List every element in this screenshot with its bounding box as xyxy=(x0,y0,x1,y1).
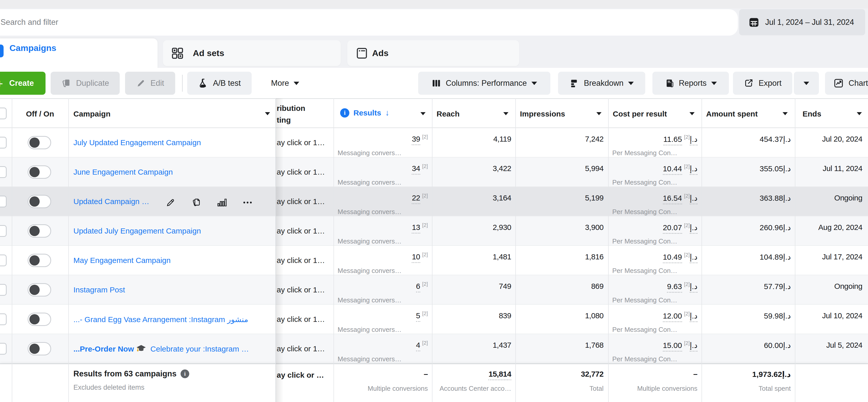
chart-button[interactable]: Chart xyxy=(825,72,868,95)
cost-per-result-cell[interactable]: 12.00د.إ[2] xyxy=(608,311,698,320)
create-button[interactable]: + Create xyxy=(0,72,45,95)
export-options-button[interactable] xyxy=(794,72,819,95)
attribution-setting-cell: ay click or 1… xyxy=(277,227,325,235)
more-options-icon[interactable] xyxy=(243,198,253,207)
search-input[interactable]: Search and filter xyxy=(0,9,738,36)
header-results[interactable]: i Results ↓ xyxy=(340,108,389,117)
campaign-toggle[interactable] xyxy=(28,342,51,355)
row-checkbox[interactable] xyxy=(0,255,7,266)
edit-button[interactable]: Edit xyxy=(125,72,175,95)
header-campaign[interactable]: Campaign xyxy=(73,110,111,118)
header-ends[interactable]: Ends xyxy=(803,110,821,118)
calendar-icon xyxy=(748,17,760,28)
campaign-toggle[interactable] xyxy=(28,195,51,208)
reports-button[interactable]: Reports xyxy=(652,72,729,95)
summary-impressions-note: Total xyxy=(515,384,603,393)
row-actions xyxy=(166,198,253,207)
results-note: Messaging convers… xyxy=(338,326,402,334)
results-cell[interactable]: 5[2] xyxy=(334,311,428,320)
date-range-button[interactable]: Jul 1, 2024 – Jul 31, 2024 xyxy=(739,9,865,35)
cost-per-result-cell[interactable]: 10.44د.إ[2] xyxy=(608,164,698,173)
amount-spent-cell: 454.37د.إ xyxy=(702,135,791,144)
results-note: Messaging convers… xyxy=(338,267,402,275)
results-cell[interactable]: 10[2] xyxy=(334,253,428,261)
edit-pencil-icon[interactable] xyxy=(166,198,176,207)
column-separator xyxy=(68,98,69,402)
campaign-name-link[interactable]: Instagram Post xyxy=(73,286,125,294)
impressions-cell: 3,900 xyxy=(515,223,603,232)
results-cell[interactable]: 39[2] xyxy=(334,135,428,143)
cost-per-result-cell[interactable]: 15.00د.إ[2] xyxy=(608,341,698,350)
impressions-sort-icon[interactable] xyxy=(596,112,601,115)
row-checkbox[interactable] xyxy=(0,225,7,237)
tab-ad-sets[interactable]: Ad sets xyxy=(163,40,341,66)
impressions-cell: 7,242 xyxy=(515,135,603,143)
cost-sort-icon[interactable] xyxy=(689,112,694,115)
campaign-name-link[interactable]: Updated July Engagement Campaign xyxy=(73,227,201,235)
header-reach[interactable]: Reach xyxy=(437,110,460,118)
top-strip xyxy=(0,0,868,8)
breakdown-button[interactable]: Breakdown xyxy=(558,72,645,95)
header-impressions[interactable]: Impressions xyxy=(520,110,565,118)
campaign-toggle[interactable] xyxy=(28,254,51,267)
tab-ads[interactable]: Ads xyxy=(347,40,519,66)
campaign-toggle[interactable] xyxy=(28,283,51,296)
info-icon[interactable]: i xyxy=(181,370,189,378)
columns-button[interactable]: Columns: Performance xyxy=(418,72,550,95)
amount-spent-cell: 363.88د.إ xyxy=(702,194,791,203)
row-checkbox[interactable] xyxy=(0,196,7,207)
row-checkbox[interactable] xyxy=(0,313,7,325)
amount-sort-icon[interactable] xyxy=(782,112,788,115)
summary-reach[interactable]: 15,814 xyxy=(432,370,511,378)
row-checkbox[interactable] xyxy=(0,343,7,355)
column-separator xyxy=(12,98,12,402)
toolbar: + Create Duplicate Edit A/B test More Co… xyxy=(0,68,868,98)
campaign-toggle[interactable] xyxy=(28,136,51,149)
info-icon[interactable]: i xyxy=(340,108,349,117)
view-charts-icon[interactable] xyxy=(217,198,226,207)
ads-manager-app: Search and filter Jul 1, 2024 – Jul 31, … xyxy=(0,0,868,402)
campaign-sort-icon[interactable] xyxy=(265,112,270,115)
results-sort-icon[interactable] xyxy=(421,112,426,115)
results-cell[interactable]: 34[2] xyxy=(334,164,428,173)
cost-per-result-cell[interactable]: 10.49د.إ[2] xyxy=(608,253,698,261)
row-checkbox[interactable] xyxy=(0,166,7,178)
export-button[interactable]: Export xyxy=(733,72,792,95)
select-all-checkbox[interactable] xyxy=(0,108,7,119)
header-amount-spent[interactable]: Amount spent xyxy=(706,110,758,118)
campaign-name-link[interactable]: ...Pre-Order Now Celebrate your :Instagr… xyxy=(73,344,249,353)
ends-sort-icon[interactable] xyxy=(857,112,862,115)
results-cell[interactable]: 13[2] xyxy=(334,223,428,232)
campaign-toggle[interactable] xyxy=(28,313,51,326)
results-cell[interactable]: 4[2] xyxy=(334,341,428,349)
cost-per-result-cell[interactable]: 20.07د.إ[2] xyxy=(608,223,698,232)
cost-note: Per Messaging Con… xyxy=(612,296,677,304)
tab-campaigns[interactable]: Campaigns xyxy=(0,38,158,70)
reach-sort-icon[interactable] xyxy=(503,112,508,115)
duplicate-button[interactable]: Duplicate xyxy=(51,72,120,95)
campaign-name-link[interactable]: July Updated Engagement Campaign xyxy=(73,138,201,147)
columns-label: Columns: Performance xyxy=(446,79,527,88)
chevron-down-icon xyxy=(293,82,299,85)
results-cell[interactable]: 22[2] xyxy=(334,194,428,202)
row-checkbox[interactable] xyxy=(0,137,7,148)
campaign-name-link[interactable]: May Engagement Campaign xyxy=(73,256,170,265)
campaign-name-link[interactable]: ...- Grand Egg Vase Arrangement :Instagr… xyxy=(73,315,248,324)
ab-test-button[interactable]: A/B test xyxy=(187,72,252,95)
cost-per-result-cell[interactable]: 11.65د.إ[2] xyxy=(608,135,698,144)
campaign-name-link[interactable]: Updated Campaign … xyxy=(73,197,149,206)
summary-cost: – xyxy=(608,370,698,378)
results-cell[interactable]: 6[2] xyxy=(334,282,428,291)
campaign-name-link[interactable]: June Engagement Campaign xyxy=(73,168,173,176)
cost-note: Per Messaging Con… xyxy=(612,237,677,245)
cost-note: Per Messaging Con… xyxy=(612,355,677,363)
campaign-toggle[interactable] xyxy=(28,165,51,179)
toolbar-divider xyxy=(182,75,183,92)
duplicate-icon[interactable] xyxy=(191,198,201,207)
row-checkbox[interactable] xyxy=(0,284,7,296)
campaign-toggle[interactable] xyxy=(28,224,51,238)
cost-per-result-cell[interactable]: 9.63د.إ[2] xyxy=(608,282,698,291)
cost-per-result-cell[interactable]: 16.54د.إ[2] xyxy=(608,194,698,203)
header-cost-per-result[interactable]: Cost per result xyxy=(613,110,667,118)
more-button[interactable]: More xyxy=(261,72,309,95)
